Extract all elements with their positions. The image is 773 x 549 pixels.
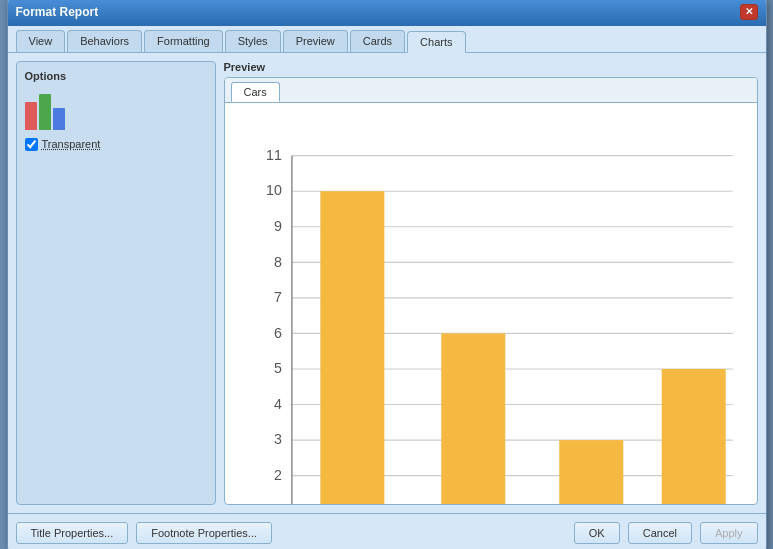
chart-icon: [25, 90, 73, 130]
preview-box: Cars: [224, 77, 758, 505]
transparent-label: Transparent: [42, 138, 101, 150]
preview-title: Preview: [224, 61, 758, 73]
format-report-window: Format Report ✕ View Behaviors Formattin…: [7, 0, 767, 549]
svg-text:6: 6: [274, 324, 282, 340]
apply-button[interactable]: Apply: [700, 522, 758, 544]
tab-preview[interactable]: Preview: [283, 30, 348, 52]
svg-text:4: 4: [274, 395, 282, 411]
footer: Title Properties... Footnote Properties.…: [8, 513, 766, 550]
svg-text:5: 5: [274, 360, 282, 376]
close-button[interactable]: ✕: [740, 4, 758, 20]
tab-cards[interactable]: Cards: [350, 30, 405, 52]
svg-text:7: 7: [274, 289, 282, 305]
footer-right: OK Cancel Apply: [574, 522, 758, 544]
svg-text:1: 1: [274, 502, 282, 505]
chart-tab-cars[interactable]: Cars: [231, 82, 280, 102]
svg-text:10: 10: [266, 182, 282, 198]
main-content: Options Transparent Preview Cars: [8, 53, 766, 513]
bar-ford: [441, 333, 505, 505]
ok-button[interactable]: OK: [574, 522, 620, 544]
chart-area: 11 10 9 8 7 6 5 4 3 2 1 0: [225, 103, 757, 505]
window-title: Format Report: [16, 5, 99, 19]
svg-text:8: 8: [274, 253, 282, 269]
svg-text:9: 9: [274, 218, 282, 234]
svg-text:11: 11: [266, 146, 282, 162]
svg-text:3: 3: [274, 431, 282, 447]
transparent-checkbox-row: Transparent: [25, 138, 207, 151]
transparent-checkbox[interactable]: [25, 138, 38, 151]
bar-chart-svg: 11 10 9 8 7 6 5 4 3 2 1 0: [235, 113, 747, 505]
bar-audi: [559, 440, 623, 505]
tab-behaviors[interactable]: Behaviors: [67, 30, 142, 52]
chart-tab-bar: Cars: [225, 78, 757, 103]
tab-view[interactable]: View: [16, 30, 66, 52]
options-panel: Options Transparent: [16, 61, 216, 505]
preview-panel: Preview Cars: [224, 61, 758, 505]
footer-left: Title Properties... Footnote Properties.…: [16, 522, 273, 544]
tab-styles[interactable]: Styles: [225, 30, 281, 52]
cancel-button[interactable]: Cancel: [628, 522, 692, 544]
bar-land-rover: [661, 368, 725, 504]
tab-bar: View Behaviors Formatting Styles Preview…: [8, 26, 766, 53]
options-title: Options: [25, 70, 207, 82]
footnote-properties-button[interactable]: Footnote Properties...: [136, 522, 272, 544]
title-properties-button[interactable]: Title Properties...: [16, 522, 129, 544]
tab-formatting[interactable]: Formatting: [144, 30, 223, 52]
bar-bmw: [320, 191, 384, 505]
tab-charts[interactable]: Charts: [407, 31, 465, 53]
title-bar: Format Report ✕: [8, 0, 766, 26]
svg-text:2: 2: [274, 466, 282, 482]
